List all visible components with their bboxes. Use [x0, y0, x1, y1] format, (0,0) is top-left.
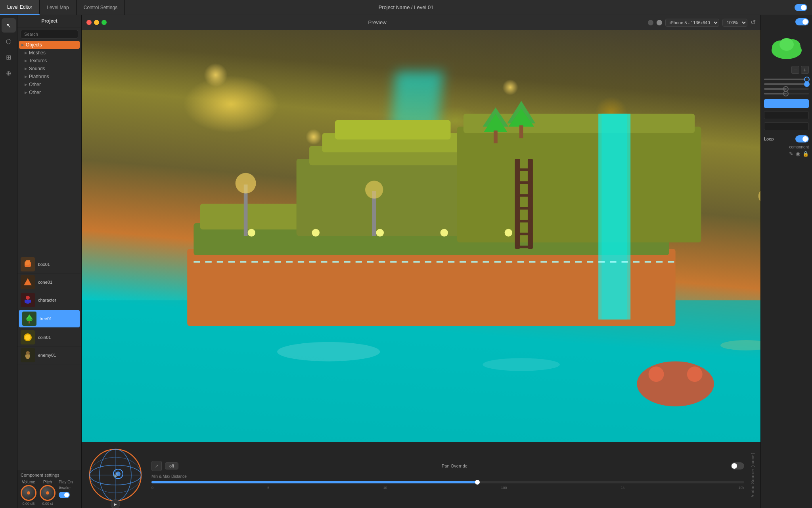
audio-sphere-container: 🔊 ▶	[86, 445, 145, 505]
audio-sphere-svg: 🔊	[86, 445, 145, 505]
icon-bar-shapes[interactable]: ⬡	[2, 34, 16, 48]
object-item-cone01[interactable]: cone01	[17, 273, 81, 291]
pitch-label: Pitch	[43, 480, 52, 484]
tab-control-settings[interactable]: Control Settings	[77, 0, 125, 15]
icon-bar-grid[interactable]: ⊞	[2, 50, 16, 64]
svg-point-44	[505, 229, 512, 237]
preview-traffic-lights	[86, 20, 107, 25]
object-item-character[interactable]: character	[17, 291, 81, 309]
slider-3[interactable]	[764, 88, 809, 90]
right-panel: − +	[760, 15, 812, 508]
right-panel-toggle[interactable]	[795, 18, 809, 25]
distance-slider-thumb[interactable]	[475, 480, 480, 485]
svg-point-38	[649, 366, 664, 382]
distance-slider[interactable]	[151, 481, 744, 483]
svg-rect-31	[516, 181, 532, 184]
chevron-icon: ▶	[25, 59, 27, 63]
sidebar-item-other1[interactable]: ▶ Other	[17, 81, 81, 89]
svg-point-3	[26, 296, 30, 300]
tab-level-map[interactable]: Level Map	[40, 0, 76, 15]
zoom-dropdown[interactable]: 100%	[722, 19, 747, 27]
pitch-value: 0.00 st	[42, 502, 53, 506]
eye-icon[interactable]: ◉	[796, 151, 800, 157]
right-toggle-area	[761, 15, 812, 29]
coin01-label: coin01	[38, 335, 51, 340]
slider-row-4	[764, 93, 809, 94]
bottom-icons: ✎ ◉ 🔒	[764, 151, 809, 157]
svg-rect-27	[601, 114, 627, 320]
object-item-enemy01[interactable]: enemy01	[17, 346, 81, 364]
character-label: character	[38, 298, 56, 302]
sidebar-item-meshes[interactable]: ▶ Meshes	[17, 49, 81, 57]
plus-minus-controls: − +	[761, 64, 812, 75]
titlebar: Level Editor Level Map Control Settings …	[0, 0, 812, 15]
pan-override-toggle[interactable]	[731, 462, 744, 470]
loop-toggle[interactable]	[795, 135, 809, 142]
object-item-box01[interactable]: box01	[17, 256, 81, 273]
sidebar-item-other2[interactable]: ▶ Other	[17, 89, 81, 96]
play-button[interactable]: ▶	[111, 499, 120, 508]
svg-rect-5	[25, 300, 27, 303]
svg-rect-9	[29, 321, 30, 323]
box01-icon	[21, 257, 35, 271]
loop-row: Loop	[764, 135, 809, 142]
volume-knob[interactable]	[21, 485, 36, 501]
text-field-1[interactable]	[764, 111, 809, 119]
chevron-icon: ▶	[25, 75, 27, 79]
slider-4[interactable]	[764, 93, 809, 94]
plus-button[interactable]: +	[801, 66, 809, 74]
sidebar-item-textures[interactable]: ▶ Textures	[17, 57, 81, 65]
cone01-label: cone01	[38, 280, 52, 285]
object-item-tree01[interactable]: tree01	[19, 310, 80, 328]
component-settings-title: Component settings	[21, 473, 78, 477]
slider-4-thumb[interactable]	[783, 91, 789, 96]
sidebar-item-sounds[interactable]: ▶ Sounds	[17, 65, 81, 73]
preview-dark-circle[interactable]	[648, 20, 653, 25]
refresh-icon[interactable]: ↺	[751, 19, 756, 26]
chevron-icon: ▶	[25, 90, 27, 94]
preview-minimize[interactable]	[94, 20, 99, 25]
volume-value: 0.00 dB	[22, 502, 34, 506]
enemy01-icon	[21, 348, 35, 362]
device-dropdown[interactable]: iPhone 5 - 1136x640	[665, 19, 719, 27]
svg-point-37	[637, 361, 714, 406]
tree01-icon	[22, 312, 36, 326]
icon-bar-globe[interactable]: ⊕	[2, 66, 16, 80]
svg-rect-30	[516, 168, 532, 171]
minus-button[interactable]: −	[791, 66, 799, 74]
top-right-toggle[interactable]	[795, 4, 807, 11]
edit-icon[interactable]: ✎	[789, 151, 793, 157]
window-title: Project Name / Level 01	[379, 4, 434, 10]
svg-point-11	[25, 335, 31, 340]
preview-light-circle[interactable]	[657, 20, 662, 25]
blue-bar[interactable]	[764, 99, 809, 108]
slider-1[interactable]	[764, 79, 809, 80]
preview-maximize[interactable]	[102, 20, 107, 25]
tab-level-editor[interactable]: Level Editor	[0, 0, 40, 15]
awake-toggle[interactable]	[59, 492, 70, 498]
chevron-icon: ▶	[25, 67, 27, 71]
slider-2-thumb[interactable]	[804, 81, 810, 87]
slider-2[interactable]	[764, 83, 809, 85]
pan-override-row: ↗ off Pan Override	[151, 461, 744, 471]
svg-rect-14	[25, 354, 27, 358]
box01-label: box01	[38, 262, 50, 267]
preview-close[interactable]	[86, 20, 92, 25]
icon-bar-cursor[interactable]: ↖	[2, 18, 16, 33]
svg-rect-35	[516, 233, 532, 235]
svg-rect-23	[335, 120, 451, 140]
text-field-2[interactable]	[764, 122, 809, 130]
pitch-knob[interactable]	[40, 485, 56, 501]
search-input[interactable]	[21, 30, 78, 38]
distance-label: Min & Max Distance	[151, 474, 744, 479]
lock-icon[interactable]: 🔒	[802, 151, 809, 157]
pan-override-controls: ↗ off Pan Override Min & Max Distance 0 …	[151, 461, 744, 490]
svg-rect-53	[494, 131, 498, 143]
sidebar-item-platforms[interactable]: ▶ Platforms	[17, 73, 81, 81]
sidebar-item-objects[interactable]: ▶ Objects	[19, 41, 80, 49]
svg-point-58	[277, 342, 380, 362]
object-item-coin01[interactable]: coin01	[17, 329, 81, 346]
off-button[interactable]: off	[165, 462, 178, 470]
svg-rect-6	[29, 300, 31, 303]
cone01-icon	[21, 275, 35, 289]
